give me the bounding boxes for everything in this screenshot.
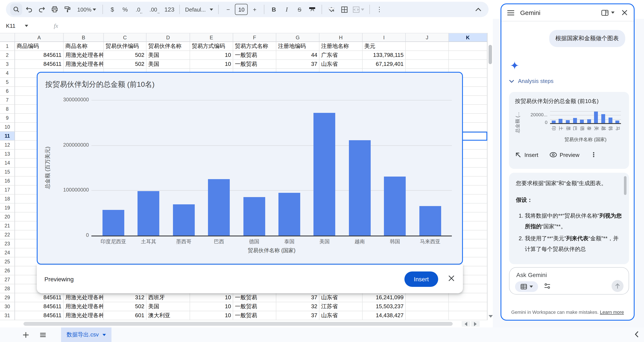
cell[interactable]: 845611 <box>15 60 64 69</box>
cell[interactable]: 贸易伙伴编码 <box>104 42 146 51</box>
cell[interactable]: 502 <box>104 60 146 69</box>
cell[interactable]: 10 <box>190 51 233 60</box>
row-header-30[interactable]: 30 <box>0 302 15 311</box>
increase-decimal-button[interactable]: .00→ <box>147 4 159 16</box>
chart-preview[interactable]: 按贸易伙伴划分的总金额 (前10名) 总金额 (百万美元) 贸易伙伴名称 (国家… <box>37 72 463 265</box>
cell[interactable]: 美国 <box>146 302 190 311</box>
decrease-font-size-button[interactable]: − <box>222 4 234 16</box>
cell[interactable] <box>406 311 449 320</box>
cell[interactable]: 用激光处理各种材 <box>64 311 104 320</box>
row-header-18[interactable]: 18 <box>0 194 15 203</box>
cell[interactable]: 37 <box>276 311 320 320</box>
cell[interactable]: 用激光处理各种材 <box>64 293 104 302</box>
column-header-G[interactable]: G <box>276 33 320 42</box>
cell[interactable]: 10 <box>190 302 233 311</box>
scroll-left-button[interactable] <box>462 321 470 326</box>
more-formats-button[interactable]: 123 <box>163 4 176 16</box>
row-header-22[interactable]: 22 <box>0 230 15 239</box>
cell[interactable]: 贸易伙伴名称 <box>146 42 190 51</box>
text-color-button[interactable]: A <box>306 4 318 16</box>
response-scrollbar-thumb[interactable] <box>624 176 626 195</box>
row-header-6[interactable]: 6 <box>0 87 15 96</box>
cell[interactable]: 用激光处理各种材 <box>64 51 104 60</box>
row-header-8[interactable]: 8 <box>0 105 15 114</box>
bold-button[interactable]: B <box>268 4 280 16</box>
row-header-28[interactable]: 28 <box>0 284 15 293</box>
row-header-19[interactable]: 19 <box>0 203 15 212</box>
redo-button[interactable] <box>36 4 48 16</box>
cell[interactable]: 一般贸易 <box>233 293 276 302</box>
cell[interactable]: 澳大利亚 <box>146 311 190 320</box>
vertical-scrollbar[interactable] <box>487 33 493 320</box>
row-header-24[interactable]: 24 <box>0 248 15 257</box>
row-header-27[interactable]: 27 <box>0 275 15 284</box>
horizontal-scrollbar[interactable] <box>15 320 487 327</box>
formula-input[interactable] <box>58 19 493 33</box>
cell[interactable]: 一般贸易 <box>233 302 276 311</box>
row-header-2[interactable]: 2 <box>0 51 15 60</box>
decrease-decimal-button[interactable]: .0← <box>132 4 144 16</box>
all-sheets-menu-button[interactable] <box>36 328 49 341</box>
search-icon[interactable] <box>10 4 22 16</box>
fill-color-button[interactable] <box>326 4 338 16</box>
learn-more-link[interactable]: Learn more <box>600 309 624 315</box>
row-header-23[interactable]: 23 <box>0 239 15 248</box>
cell[interactable]: 37 <box>276 293 320 302</box>
row-header-12[interactable]: 12 <box>0 141 15 150</box>
cell[interactable]: 10 <box>190 293 233 302</box>
vertical-scrollbar-thumb[interactable] <box>488 45 492 64</box>
card-more-icon[interactable]: ⋮ <box>590 151 597 159</box>
cell[interactable]: 山东省 <box>320 60 362 69</box>
cell[interactable]: 美国 <box>146 60 190 69</box>
cell[interactable]: 845611 <box>15 293 64 302</box>
borders-button[interactable] <box>338 4 350 16</box>
cell[interactable]: 用激光处理各种材 <box>64 302 104 311</box>
column-header-F[interactable]: F <box>233 33 276 42</box>
undo-button[interactable] <box>23 4 35 16</box>
cell[interactable]: 44 <box>276 51 320 60</box>
cell[interactable] <box>449 42 487 51</box>
row-header-16[interactable]: 16 <box>0 177 15 186</box>
collapse-toolbar-chevron[interactable] <box>472 4 484 16</box>
column-header-C[interactable]: C <box>104 33 146 42</box>
row-header-29[interactable]: 29 <box>0 293 15 302</box>
row-header-9[interactable]: 9 <box>0 114 15 123</box>
panel-layout-icon[interactable] <box>601 10 614 16</box>
increase-font-size-button[interactable]: + <box>249 4 261 16</box>
cell[interactable]: 16,241,099 <box>362 293 406 302</box>
row-header-3[interactable]: 3 <box>0 60 15 69</box>
cell[interactable]: 845611 <box>15 51 64 60</box>
cell[interactable]: 西班牙 <box>146 293 190 302</box>
format-percent-button[interactable]: % <box>119 4 131 16</box>
cell[interactable]: 一般贸易 <box>233 51 276 60</box>
row-header-4[interactable]: 4 <box>0 69 15 78</box>
column-header-A[interactable]: A <box>15 33 64 42</box>
cell[interactable] <box>406 42 449 51</box>
cell[interactable] <box>406 51 449 60</box>
insert-chart-button[interactable]: Insert <box>404 271 438 287</box>
cell[interactable]: 10 <box>190 60 233 69</box>
cell[interactable] <box>449 293 487 302</box>
cell[interactable] <box>449 60 487 69</box>
cell[interactable]: 15,503,237 <box>362 302 406 311</box>
close-preview-icon[interactable] <box>448 274 455 284</box>
cell[interactable]: 注册地名称 <box>320 42 362 51</box>
column-header-I[interactable]: I <box>362 33 406 42</box>
row-header-7[interactable]: 7 <box>0 96 15 105</box>
cell[interactable]: 商品名称 <box>64 42 104 51</box>
cell[interactable]: 10 <box>190 311 233 320</box>
cell[interactable]: 用激光处理各种材 <box>64 60 104 69</box>
tune-icon[interactable] <box>544 283 551 291</box>
row-header-17[interactable]: 17 <box>0 186 15 194</box>
print-button[interactable] <box>49 4 61 16</box>
cell[interactable]: 商品编码 <box>15 42 64 51</box>
format-currency-button[interactable]: $ <box>106 4 118 16</box>
ask-gemini-input[interactable]: Ask Gemini <box>509 267 629 294</box>
preview-eye-icon[interactable] <box>550 152 557 157</box>
row-header-21[interactable]: 21 <box>0 221 15 230</box>
row-header-11[interactable]: 11 <box>0 132 15 141</box>
cell[interactable]: 贸易方式名称 <box>233 42 276 51</box>
scroll-down-icon[interactable] <box>488 315 493 318</box>
merge-cells-button[interactable] <box>351 4 366 16</box>
sheet-tab-menu-icon[interactable] <box>102 334 106 336</box>
